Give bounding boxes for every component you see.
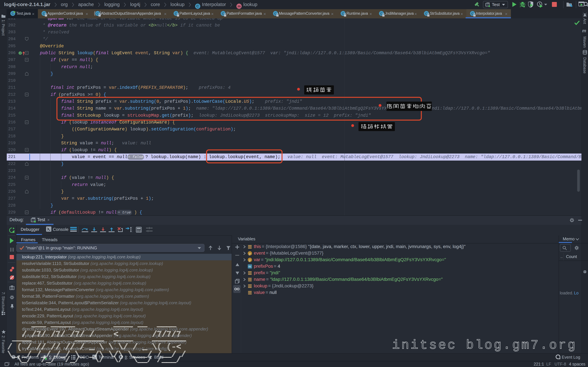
svg-text:p: p [249,258,251,262]
svg-text:C: C [222,12,224,15]
svg-text:C: C [96,12,99,15]
svg-text:C: C [471,12,474,15]
svg-text:C: C [380,12,383,15]
svg-text:01: 01 [249,265,251,268]
svg-text:C: C [43,12,45,15]
svg-text:p: p [249,252,251,255]
svg-text:I: I [19,52,21,55]
svg-text:C: C [342,12,344,15]
svg-text:C: C [175,12,177,15]
svg-text:C: C [425,12,428,15]
svg-text:C: C [274,12,277,15]
